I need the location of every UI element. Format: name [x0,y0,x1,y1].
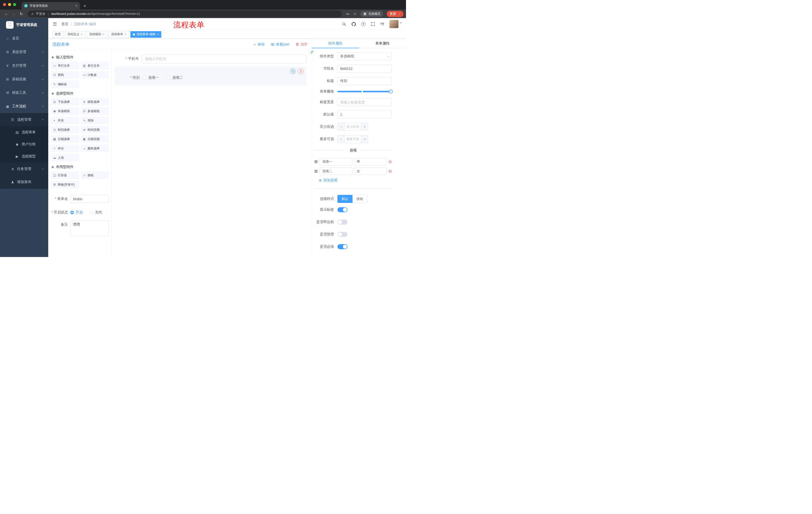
palette-item-single-line-text[interactable]: ▭单行文本 [51,62,79,70]
label-width-input[interactable] [338,98,392,106]
palette-item-row-container[interactable]: ◫行容器 [51,171,79,179]
increment-button[interactable]: + [361,123,368,131]
clear-button[interactable]: 清空 [295,42,308,47]
sidebar-item-home[interactable]: ⌂ 首页 [0,32,48,45]
option-style-button-button[interactable]: 按钮 [352,195,367,203]
field-name-input[interactable] [338,64,392,73]
remove-option-icon[interactable]: ⊖ [388,169,392,173]
delete-component-button[interactable] [298,69,303,74]
drag-handle-icon[interactable] [314,160,318,163]
back-button[interactable]: ← [2,11,10,16]
palette-item-rate[interactable]: ☆评分 [51,144,79,152]
browser-tab[interactable]: 芋道管理系统 × [22,2,80,9]
checkbox-option-2[interactable]: 选项二 [167,76,183,80]
sidebar-item-workflow[interactable]: ▣ 工作流程 [0,100,48,113]
default-value-input[interactable] [338,110,392,118]
sidebar-item-infrastructure[interactable]: ⊞ 基础设施 [0,73,48,86]
breadcrumb-home[interactable]: 首页 [61,22,68,26]
search-icon[interactable] [342,22,346,26]
minimize-window-button[interactable] [8,3,11,6]
palette-item-time-picker[interactable]: ◷时间选择 [51,126,79,134]
disabled-switch[interactable] [338,232,347,237]
save-button[interactable]: ✓ 保存 [254,42,265,47]
palette-item-checkbox-group[interactable]: ☑多选框组 [81,107,109,115]
palette-item-time-range[interactable]: ⇄时间范围 [81,126,109,134]
max-select-input[interactable] [344,135,361,143]
palette-item-date-range[interactable]: ▣日期范围 [81,135,109,143]
forward-button[interactable]: → [10,11,18,16]
avatar[interactable] [389,20,399,28]
increment-button[interactable]: + [361,135,368,143]
tag-close-icon[interactable]: × [125,33,126,36]
form-canvas[interactable]: 手机号 性别 选项一 选项二 [112,50,312,257]
sidebar-toggle-icon[interactable]: ☰ [53,21,57,27]
palette-item-upload[interactable]: ☁上传 [51,154,79,161]
remark-textarea[interactable]: 嘿嘿 [70,220,109,236]
sidebar-item-payment-mgmt[interactable]: ¥ 支付管理 [0,59,48,73]
show-label-switch[interactable] [338,207,347,212]
option-style-default-button[interactable]: 默认 [338,195,352,203]
zoom-window-button[interactable] [13,3,16,6]
phone-input[interactable] [142,54,307,63]
option-value-input[interactable] [354,158,387,165]
option-value-input[interactable] [354,167,387,175]
new-tab-button[interactable]: + [83,3,86,8]
required-switch[interactable] [338,244,347,249]
canvas-field-phone[interactable]: 手机号 [115,54,307,63]
option-label-input[interactable] [320,167,352,175]
tab-component-props[interactable]: 组件属性 [312,39,359,48]
sidebar-item-process-form[interactable]: ▤ 流程表单 [0,126,48,138]
component-type-select[interactable]: 多选框组 [338,52,392,60]
min-select-input[interactable] [344,123,361,131]
form-name-input[interactable] [70,195,109,203]
palette-item-select[interactable]: ◎下拉选择 [51,98,79,106]
add-option-button[interactable]: ⊕ 添加选项 [319,178,392,183]
option-label-input[interactable] [320,158,352,165]
with-border-switch[interactable] [338,219,347,224]
palette-item-date-picker[interactable]: ▦日期选择 [51,135,79,143]
radio-open[interactable]: 开启 [70,209,83,215]
sidebar-item-leave-query[interactable]: ♟ 请假查询 [0,175,48,189]
palette-item-color-picker[interactable]: ◒颜色选择 [81,144,109,152]
tag-process-form[interactable]: 流程表单× [109,31,129,38]
close-window-button[interactable] [3,3,6,6]
sidebar-item-process-model[interactable]: ▶ 流程模型 [0,151,48,162]
tab-close-icon[interactable]: × [76,4,77,8]
sidebar-item-user-group[interactable]: ☻ 用户分组 [0,138,48,151]
app-logo[interactable]: 芋道管理系统 [0,18,48,32]
tag-process-form-edit[interactable]: 流程表单-编辑× [130,31,161,38]
github-icon[interactable] [351,22,356,26]
tag-close-icon[interactable]: × [81,33,83,36]
font-size-icon[interactable]: TT [380,22,384,26]
radio-closed[interactable]: 关闭 [90,209,102,215]
palette-item-multi-line-text[interactable]: ▤多行文本 [81,62,109,70]
slider-handle[interactable] [389,90,393,93]
title-input[interactable] [338,77,392,85]
palette-item-switch[interactable]: ◐开关 [51,117,79,124]
palette-item-counter[interactable]: 123计数器 [81,71,109,79]
canvas-field-gender-selected[interactable]: 性别 选项一 选项二 [115,66,307,85]
browser-menu-update-button[interactable]: 更新 ⋮ [387,11,404,17]
drag-handle-icon[interactable] [314,169,318,173]
tag-close-icon[interactable]: × [103,33,105,36]
sidebar-item-task-mgmt[interactable]: ⋔ 任务管理 [0,162,48,175]
palette-item-editor[interactable]: ✎编辑器 [51,80,79,88]
form-grid-slider[interactable] [338,91,390,92]
user-menu[interactable] [389,20,402,28]
copy-component-button[interactable] [290,69,296,74]
palette-item-slider[interactable]: ∿滑块 [81,117,109,124]
link-icon[interactable] [309,49,314,54]
palette-item-table[interactable]: ⊞表格[开发中] [51,181,79,188]
palette-item-password[interactable]: ⊡密码 [51,71,79,79]
tag-process-definition[interactable]: 流程定义× [65,31,85,38]
bookmark-star-icon[interactable]: ☆ [353,11,356,16]
fullscreen-icon[interactable] [371,22,375,26]
view-json-button[interactable]: 查看json [270,42,289,47]
palette-item-cascader[interactable]: ⋔级联选择 [81,98,109,106]
sidebar-item-system-mgmt[interactable]: ⚙ 系统管理 [0,45,48,59]
palette-item-button[interactable]: ▱按钮 [81,171,109,179]
key-icon[interactable] [346,12,350,16]
reload-button[interactable]: ↻ [18,11,25,16]
palette-item-radio-group[interactable]: ◉单选框组 [51,107,79,115]
help-icon[interactable]: ? [361,22,366,26]
